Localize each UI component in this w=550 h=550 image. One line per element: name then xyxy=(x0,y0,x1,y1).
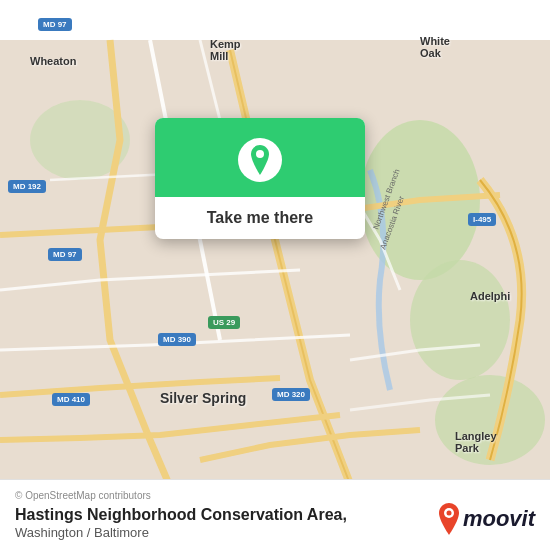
moovit-pin-icon xyxy=(435,503,463,535)
kemp-mill-label: KempMill xyxy=(210,38,241,62)
pin-icon xyxy=(247,145,273,175)
card-header xyxy=(155,118,365,197)
moovit-logo: moovit xyxy=(435,503,535,535)
badge-i495: I-495 xyxy=(468,213,496,226)
osm-attribution: © OpenStreetMap contributors xyxy=(15,490,535,501)
location-pin xyxy=(238,138,282,182)
badge-us29: US 29 xyxy=(208,316,240,329)
map-container: Northwest Branch Anacostia River Wheaton… xyxy=(0,0,550,550)
langley-park-label: LangleyPark xyxy=(455,430,497,454)
location-title: Hastings Neighborhood Conservation Area, xyxy=(15,506,347,524)
badge-md410: MD 410 xyxy=(52,393,90,406)
location-subtitle: Washington / Baltimore xyxy=(15,525,347,540)
badge-md97-top: MD 97 xyxy=(38,18,72,31)
badge-md97-mid: MD 97 xyxy=(48,248,82,261)
badge-md320: MD 320 xyxy=(272,388,310,401)
info-card: Take me there xyxy=(155,118,365,239)
take-me-there-button[interactable]: Take me there xyxy=(170,209,350,227)
bottom-bar: © OpenStreetMap contributors Hastings Ne… xyxy=(0,479,550,550)
map-svg: Northwest Branch Anacostia River xyxy=(0,0,550,550)
svg-point-9 xyxy=(446,511,451,516)
silver-spring-label: Silver Spring xyxy=(160,390,246,406)
badge-md192: MD 192 xyxy=(8,180,46,193)
svg-point-2 xyxy=(410,260,510,380)
badge-md390: MD 390 xyxy=(158,333,196,346)
adelphi-label: Adelphi xyxy=(470,290,510,302)
wheaton-label: Wheaton xyxy=(30,55,76,67)
card-body: Take me there xyxy=(155,197,365,239)
white-oak-label: WhiteOak xyxy=(420,35,450,59)
svg-point-7 xyxy=(256,150,264,158)
moovit-brand: moovit xyxy=(463,506,535,532)
